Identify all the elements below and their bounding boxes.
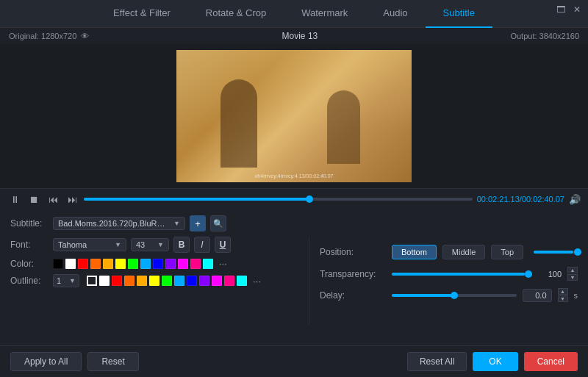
color-swatch-1[interactable] [65, 259, 76, 269]
color-row: Color: ··· [10, 258, 298, 269]
controls-panel: Subtitle: Bad.Moms.2016.720p.BluRay.x264… [0, 209, 309, 297]
outline-num-select[interactable]: 1 ▼ [53, 274, 79, 287]
outline-color-swatch-11[interactable] [237, 276, 247, 286]
color-swatch-4[interactable] [103, 259, 113, 269]
time-display: 00:02:21.13/00:02:40.07 [477, 195, 564, 204]
outline-color-swatch-0[interactable] [99, 276, 110, 286]
outline-color-swatch-7[interactable] [187, 276, 197, 286]
reset-all-button[interactable]: Reset All [407, 352, 467, 371]
font-size-select[interactable]: 43 ▼ [131, 238, 169, 251]
position-bottom-button[interactable]: Bottom [392, 245, 437, 259]
eye-icon[interactable]: 👁 [81, 32, 89, 40]
outline-color-swatch-1[interactable] [112, 276, 122, 286]
stop-button[interactable]: ⏹ [26, 192, 41, 207]
tab-effect[interactable]: Effect & Filter [96, 0, 188, 28]
color-swatch-3[interactable] [90, 259, 101, 269]
add-subtitle-button[interactable]: + [190, 215, 206, 231]
transparency-row: Transparency: 100 ▲ ▼ [320, 267, 578, 281]
more-colors-icon[interactable]: ··· [219, 258, 227, 269]
outline-color-swatch-10[interactable] [224, 276, 234, 286]
subtitle-overlay: xfr4rrrvcy:4rrrvcy:4.13/00:02:40.07 [255, 173, 334, 179]
underline-button[interactable]: U [215, 237, 231, 253]
pause-button[interactable]: ⏸ [7, 192, 22, 207]
delay-value: 0.0 [523, 289, 552, 302]
reset-button[interactable]: Reset [87, 352, 138, 371]
color-swatch-12[interactable] [203, 259, 213, 269]
video-info-bar: Original: 1280x720 👁 Movie 13 Output: 38… [0, 28, 588, 44]
position-label: Position: [320, 247, 386, 257]
font-select[interactable]: Tahoma ▼ [53, 238, 126, 251]
volume-icon[interactable]: 🔊 [569, 194, 581, 205]
color-swatch-2[interactable] [78, 259, 88, 269]
color-swatch-0[interactable] [53, 259, 63, 269]
transparency-value: 100 [538, 270, 562, 279]
position-middle-button[interactable]: Middle [442, 245, 485, 259]
outline-color-swatch-3[interactable] [137, 276, 147, 286]
prev-button[interactable]: ⏮ [46, 192, 60, 207]
outline-color-swatch-8[interactable] [199, 276, 209, 286]
transparency-slider[interactable] [392, 273, 532, 276]
transparency-spinner: ▲ ▼ [567, 267, 578, 281]
apply-all-button[interactable]: Apply to All [10, 352, 82, 371]
color-swatches [53, 259, 213, 269]
window-controls: 🗖 ✕ [556, 4, 582, 15]
playback-bar: ⏸ ⏹ ⏮ ⏭ 00:02:21.13/00:02:40.07 🔊 [0, 188, 588, 209]
original-info: Original: 1280x720 👁 [9, 32, 89, 40]
progress-thumb[interactable] [306, 195, 313, 203]
search-icon: 🔍 [213, 219, 223, 229]
right-panel: Position: Bottom Middle Top Transparency… [309, 237, 588, 325]
outline-color-swatch-4[interactable] [149, 276, 159, 286]
font-label: Font: [10, 240, 49, 250]
color-label: Color: [10, 259, 49, 269]
outline-dropdown-arrow: ▼ [69, 277, 76, 284]
tab-subtitle[interactable]: Subtitle [426, 0, 492, 28]
minimize-button[interactable]: 🗖 [556, 4, 566, 15]
delay-up-button[interactable]: ▲ [558, 288, 568, 295]
tab-audio[interactable]: Audio [365, 0, 425, 28]
delay-label: Delay: [320, 290, 386, 301]
outline-color-swatch-2[interactable] [124, 276, 135, 286]
outline-row: Outline: 1 ▼ ··· [10, 274, 298, 287]
outline-color-swatch-5[interactable] [162, 276, 172, 286]
progress-track[interactable] [84, 198, 473, 201]
close-button[interactable]: ✕ [572, 4, 582, 15]
figure-left [220, 79, 257, 168]
subtitle-select[interactable]: Bad.Moms.2016.720p.BluRay.x264-DRONES...… [53, 217, 185, 230]
color-swatch-7[interactable] [140, 259, 151, 269]
outline-color-swatch-9[interactable] [212, 276, 222, 286]
color-swatch-5[interactable] [115, 259, 126, 269]
transparency-down-button[interactable]: ▼ [567, 274, 578, 281]
delay-unit: s [574, 291, 578, 300]
outline-color-swatches [87, 276, 247, 286]
delay-down-button[interactable]: ▼ [558, 295, 568, 302]
color-swatch-6[interactable] [128, 259, 138, 269]
subtitle-label: Subtitle: [10, 218, 49, 229]
video-preview-wrap: xfr4rrrvcy:4rrrvcy:4.13/00:02:40.07 [0, 44, 588, 188]
delay-row: Delay: 0.0 ▲ ▼ s [320, 288, 578, 302]
delay-slider[interactable] [392, 294, 517, 297]
search-subtitle-button[interactable]: 🔍 [210, 215, 226, 231]
outline-preview[interactable] [87, 276, 97, 286]
left-panel: Subtitle: Bad.Moms.2016.720p.BluRay.x264… [0, 209, 309, 297]
position-slider[interactable] [534, 251, 578, 254]
tab-rotate[interactable]: Rotate & Crop [188, 0, 284, 28]
color-swatch-11[interactable] [190, 259, 201, 269]
cancel-button[interactable]: Cancel [524, 352, 578, 371]
outline-color-swatch-6[interactable] [174, 276, 184, 286]
video-title: Movie 13 [282, 31, 318, 41]
ok-button[interactable]: OK [473, 352, 517, 371]
haze-overlay [176, 50, 412, 129]
size-dropdown-arrow: ▼ [157, 241, 164, 248]
italic-button[interactable]: I [194, 237, 210, 253]
color-swatch-9[interactable] [165, 259, 176, 269]
next-button[interactable]: ⏭ [65, 192, 79, 207]
color-swatch-8[interactable] [153, 259, 163, 269]
delay-spinner: ▲ ▼ [558, 288, 568, 302]
tab-watermark[interactable]: Watermark [284, 0, 365, 28]
transparency-up-button[interactable]: ▲ [567, 267, 578, 273]
color-swatch-10[interactable] [178, 259, 188, 269]
position-top-button[interactable]: Top [491, 245, 523, 259]
transparency-label: Transparency: [320, 269, 386, 279]
bold-button[interactable]: B [173, 237, 190, 253]
more-outline-colors-icon[interactable]: ··· [253, 276, 261, 287]
